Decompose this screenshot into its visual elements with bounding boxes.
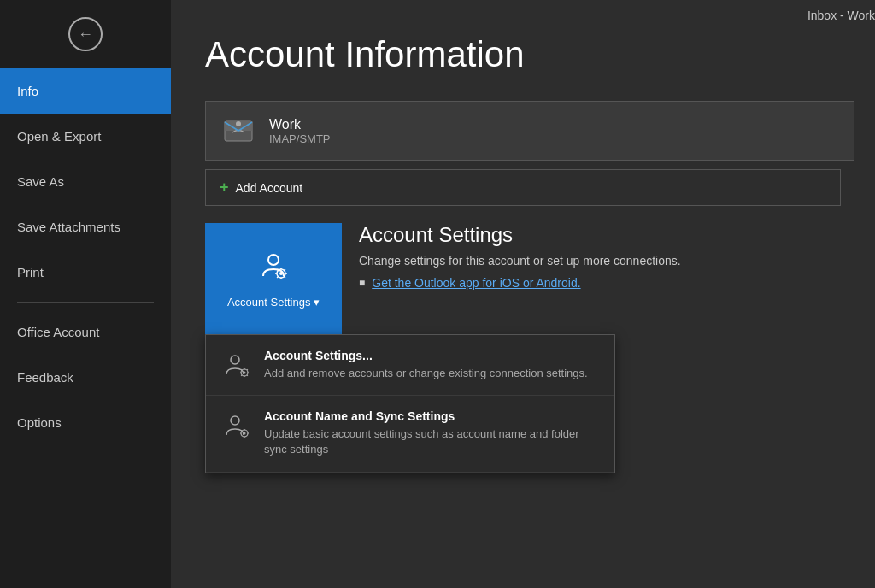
svg-point-2 [236, 121, 241, 126]
title-bar: Inbox - Work [807, 9, 875, 22]
account-settings-panel-title: Account Settings [359, 223, 824, 247]
outlook-app-link[interactable]: Get the Outlook app for iOS or Android. [372, 276, 580, 290]
svg-line-22 [247, 375, 248, 376]
svg-line-12 [277, 277, 278, 278]
sidebar-item-save-attachments[interactable]: Save Attachments [0, 204, 171, 250]
svg-line-13 [285, 269, 285, 270]
sidebar-item-open-export[interactable]: Open & Export [0, 114, 171, 159]
dropdown-item-content-1: Account Settings... Add and remove accou… [264, 349, 588, 381]
dropdown-account-sync-icon [221, 411, 252, 442]
dropdown-item-title-1: Account Settings... [264, 349, 588, 362]
svg-line-10 [277, 269, 278, 270]
bullet-icon: ■ [359, 277, 365, 289]
sidebar-item-options[interactable]: Options [0, 400, 171, 445]
svg-point-25 [231, 416, 239, 425]
sidebar-item-save-as[interactable]: Save As [0, 159, 171, 204]
btn-label-text: Account Settings [227, 296, 311, 309]
svg-point-27 [244, 432, 246, 435]
account-name: Work [269, 117, 331, 132]
sidebar-item-label: Feedback [17, 370, 73, 385]
account-settings-description: Change settings for this account or set … [359, 254, 824, 268]
account-type: IMAP/SMTP [269, 132, 331, 145]
svg-point-14 [231, 356, 239, 364]
sidebar-item-label: Save As [17, 174, 64, 189]
account-settings-icon [256, 249, 291, 289]
sidebar-item-label: Save Attachments [17, 220, 120, 234]
account-info: Work IMAP/SMTP [269, 117, 331, 145]
info-link-row: ■ Get the Outlook app for iOS or Android… [359, 276, 824, 290]
dropdown-item-content-2: Account Name and Sync Settings Update ba… [264, 409, 599, 457]
sidebar-item-office-account[interactable]: Office Account [0, 309, 171, 355]
sidebar-item-label: Office Account [17, 325, 99, 339]
account-settings-btn-label: Account Settings ▾ [227, 296, 320, 309]
svg-line-23 [241, 375, 242, 376]
svg-point-3 [268, 255, 279, 265]
sidebar-item-label: Open & Export [17, 129, 101, 144]
sidebar-item-label: Print [17, 265, 44, 279]
btn-arrow-icon: ▾ [314, 296, 320, 309]
sidebar-item-print[interactable]: Print [0, 250, 171, 295]
account-settings-button[interactable]: Account Settings ▾ [205, 223, 342, 334]
dropdown-item-account-settings[interactable]: Account Settings... Add and remove accou… [206, 335, 614, 396]
sidebar-item-info[interactable]: Info [0, 68, 171, 114]
back-arrow-icon: ← [78, 26, 93, 44]
plus-icon: + [220, 179, 229, 197]
sidebar-divider [17, 302, 154, 303]
back-button[interactable]: ← [0, 0, 171, 68]
sidebar-item-label: Info [17, 84, 38, 98]
sidebar: ← Info Open & Export Save As Save Attach… [0, 0, 171, 588]
account-card[interactable]: Work IMAP/SMTP [205, 101, 854, 161]
svg-point-5 [279, 272, 283, 275]
dropdown-item-account-name-sync[interactable]: Account Name and Sync Settings Update ba… [206, 396, 614, 472]
sidebar-item-label: Options [17, 415, 62, 430]
svg-point-16 [244, 372, 246, 374]
account-settings-dropdown: Account Settings... Add and remove accou… [205, 334, 615, 473]
main-content: Inbox - Work Account Information Work IM… [171, 0, 875, 588]
sidebar-item-feedback[interactable]: Feedback [0, 355, 171, 400]
dropdown-item-desc-1: Add and remove accounts or change existi… [264, 366, 588, 381]
dropdown-account-settings-icon [221, 350, 252, 381]
dropdown-item-title-2: Account Name and Sync Settings [264, 409, 599, 423]
svg-line-24 [247, 369, 248, 370]
dropdown-item-desc-2: Update basic account settings such as ac… [264, 426, 599, 457]
back-circle-icon: ← [68, 17, 103, 51]
add-account-label: Add Account [236, 181, 303, 195]
page-title: Account Information [205, 34, 841, 75]
bottom-section: Account Settings ▾ Account Settings Chan… [205, 223, 841, 334]
inbox-label: Inbox - Work [807, 9, 875, 22]
add-account-button[interactable]: + Add Account [205, 169, 841, 206]
svg-line-11 [285, 277, 285, 278]
account-icon [221, 114, 255, 148]
account-settings-info-panel: Account Settings Change settings for thi… [342, 223, 841, 290]
svg-line-21 [241, 369, 242, 370]
